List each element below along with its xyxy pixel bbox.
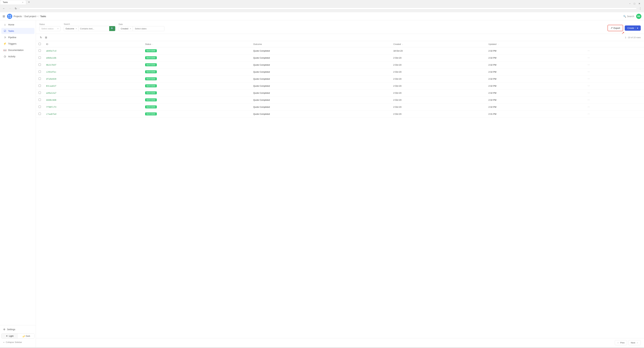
sidebar-item-activity[interactable]: ◷ Activity xyxy=(1,53,34,59)
row-updated-cell: 2:32 PM xyxy=(486,104,584,111)
row-outcome-cell: Quote Completed xyxy=(250,61,391,68)
row-actions-cell: ··· xyxy=(584,75,644,82)
created-column-header[interactable]: Created ↕ xyxy=(391,41,486,47)
close-button[interactable]: ✕ xyxy=(638,2,642,5)
svg-point-1 xyxy=(10,15,11,16)
row-more-button[interactable]: ··· xyxy=(587,112,591,116)
row-checkbox[interactable] xyxy=(38,85,41,87)
sidebar-item-pipeline[interactable]: ⊃ Pipeline xyxy=(1,34,34,40)
row-id-link[interactable]: 7f90fcf3 xyxy=(46,106,56,108)
pagination: ← Prev Next → xyxy=(36,338,644,347)
row-updated-cell: 2:32 PM xyxy=(486,54,584,61)
app-logo[interactable] xyxy=(7,14,12,19)
date-range-input[interactable] xyxy=(133,26,164,31)
row-id-link[interactable]: a845e7cd xyxy=(46,50,56,52)
table-row: dfa9e020 SUCCESS Quote Completed 2 Oct 2… xyxy=(36,75,644,82)
row-checkbox[interactable] xyxy=(38,78,41,80)
sidebar-item-triggers[interactable]: ⚡ Triggers xyxy=(1,41,34,47)
row-more-button[interactable]: ··· xyxy=(587,91,591,95)
forward-button[interactable]: → xyxy=(8,6,12,11)
row-checkbox[interactable] xyxy=(38,99,41,101)
prev-button[interactable]: ← Prev xyxy=(615,340,627,345)
new-tab-button[interactable]: + xyxy=(27,0,31,4)
breadcrumb-projects[interactable]: Projects xyxy=(14,15,22,18)
row-outcome-cell: Quote Completed xyxy=(250,96,391,104)
row-updated-cell: 2:32 PM xyxy=(486,68,584,75)
sidebar-item-label: Triggers xyxy=(8,42,16,45)
create-button[interactable]: Create ▾ xyxy=(625,25,641,31)
svg-point-0 xyxy=(8,15,9,16)
search-type-select[interactable]: Outcome ▾ xyxy=(64,26,78,31)
avatar[interactable]: BB xyxy=(636,14,642,19)
row-id-link[interactable]: e8b6a1db xyxy=(46,57,56,59)
updated-column-header[interactable]: Updated ↓ xyxy=(486,41,584,47)
maximize-button[interactable]: □ xyxy=(633,2,636,5)
row-id-link[interactable]: 9b217b5f xyxy=(46,64,56,66)
header-search-button[interactable]: 🔍 Search xyxy=(623,15,634,18)
row-checkbox[interactable] xyxy=(38,63,41,66)
row-checkbox[interactable] xyxy=(38,92,41,94)
status-badge: SUCCESS xyxy=(145,77,157,80)
row-id-cell: a49a12a7 xyxy=(44,89,142,96)
export-button[interactable]: ↗ Export xyxy=(608,25,623,31)
date-type-select[interactable]: Created ▾ xyxy=(119,26,133,31)
row-id-link[interactable]: a49a12a7 xyxy=(46,92,56,94)
row-actions-cell: ··· xyxy=(584,82,644,89)
date-filter-label: Date xyxy=(119,23,164,25)
search-text-input[interactable] xyxy=(78,26,109,31)
row-more-button[interactable]: ··· xyxy=(587,49,591,53)
collapse-sidebar-button[interactable]: « Collapse Sidebar xyxy=(1,340,34,345)
outcome-column-header: Outcome xyxy=(250,41,391,47)
row-outcome-cell: Quote Completed xyxy=(250,82,391,89)
active-tab[interactable]: Tasks ✕ xyxy=(0,0,26,4)
row-outcome-cell: Quote Completed xyxy=(250,104,391,111)
next-button[interactable]: Next → xyxy=(628,340,641,345)
row-id-link[interactable]: ddd8c8d8 xyxy=(46,99,56,101)
layout-button[interactable]: ⊞ xyxy=(44,35,48,40)
row-id-link[interactable]: c291dfec xyxy=(46,71,56,73)
status-filter-label: Status xyxy=(39,23,60,25)
refresh-button[interactable]: ↻ xyxy=(39,35,43,40)
status-column-header[interactable]: Status ↕ xyxy=(142,41,250,47)
theme-dark-button[interactable]: 🌙 Dark xyxy=(18,334,34,338)
row-checkbox[interactable] xyxy=(38,49,41,52)
status-badge: SUCCESS xyxy=(145,91,157,94)
table-row: a845e7cd SUCCESS Quote Completed 18 Oct … xyxy=(36,47,644,54)
row-checkbox[interactable] xyxy=(38,56,41,59)
grid-icon[interactable]: ⊞ xyxy=(2,14,5,18)
row-more-button[interactable]: ··· xyxy=(587,56,591,60)
search-submit-button[interactable]: 🔍 xyxy=(109,26,115,31)
row-id-link[interactable]: c7aa6fed xyxy=(46,113,56,115)
row-status-cell: SUCCESS xyxy=(142,61,250,68)
status-badge: SUCCESS xyxy=(145,112,157,115)
browser-menu-button[interactable]: ⋮ xyxy=(638,6,642,11)
sidebar-item-tasks[interactable]: ☑ Tasks xyxy=(1,28,34,34)
address-bar[interactable] xyxy=(19,7,637,9)
reload-button[interactable]: ↻ xyxy=(14,6,18,11)
row-more-button[interactable]: ··· xyxy=(587,105,591,109)
back-button[interactable]: ← xyxy=(2,6,6,11)
row-checkbox[interactable] xyxy=(38,106,41,108)
row-more-button[interactable]: ··· xyxy=(587,77,591,81)
row-checkbox[interactable] xyxy=(38,70,41,73)
tab-close-icon[interactable]: ✕ xyxy=(22,1,23,3)
theme-light-button[interactable]: ☀ Light xyxy=(2,334,18,338)
status-filter-select[interactable]: Select status ▾ xyxy=(39,26,60,31)
select-all-checkbox[interactable] xyxy=(38,43,41,45)
row-more-button[interactable]: ··· xyxy=(587,70,591,74)
search-filter-label: Search xyxy=(64,23,116,25)
sidebar-item-home[interactable]: ⌂ Home xyxy=(1,22,34,27)
sidebar-item-documentation[interactable]: 📖 Documentation xyxy=(1,47,34,53)
row-checkbox-cell xyxy=(36,75,44,82)
sidebar-settings[interactable]: ⚙ Settings xyxy=(1,327,34,332)
row-outcome-cell: Quote Completed xyxy=(250,47,391,54)
row-more-button[interactable]: ··· xyxy=(587,98,591,102)
row-id-link[interactable]: 03caa61f xyxy=(46,85,56,87)
row-more-button[interactable]: ··· xyxy=(587,84,591,88)
breadcrumb-project[interactable]: Dud project ▾ xyxy=(24,15,38,18)
row-more-button[interactable]: ··· xyxy=(587,63,591,67)
row-id-link[interactable]: dfa9e020 xyxy=(46,78,56,80)
row-checkbox[interactable] xyxy=(38,113,41,115)
minimize-button[interactable]: − xyxy=(628,2,632,5)
breadcrumb-sep1: / xyxy=(23,15,24,18)
